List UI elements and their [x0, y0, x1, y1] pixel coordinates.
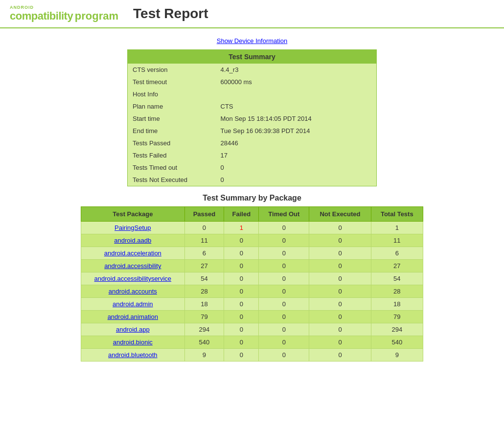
summary-row-value: 0 [216, 161, 377, 174]
failed-cell: 0 [224, 234, 259, 247]
pkg-name-link[interactable]: PairingSetup [115, 224, 151, 231]
timedout-cell: 0 [259, 311, 309, 323]
passed-cell: 11 [184, 234, 224, 247]
summary-row-label: Host Info [128, 88, 216, 100]
summary-row: Tests Passed28446 [128, 137, 377, 149]
passed-cell: 28 [184, 285, 224, 298]
summary-row-label: Plan name [128, 100, 216, 113]
timedout-cell: 0 [259, 298, 309, 311]
pkg-col-header: Timed Out [259, 207, 309, 222]
pkg-name-link[interactable]: android.acceleration [104, 249, 161, 257]
device-info-row: Show Device Information [71, 37, 433, 45]
timedout-cell: 0 [259, 349, 309, 362]
pkg-table-body: PairingSetup01001android.aadb1100011andr… [81, 222, 423, 362]
pkg-name-link[interactable]: android.bluetooth [108, 351, 157, 359]
pkg-table-container: Test PackagePassedFailedTimed OutNot Exe… [71, 206, 433, 362]
notexec-cell: 0 [309, 234, 371, 247]
pkg-col-header: Total Tests [371, 207, 423, 222]
summary-row-value: 17 [216, 149, 377, 161]
summary-row-label: Tests Failed [128, 149, 216, 161]
total-cell: 294 [371, 323, 423, 336]
timedout-cell: 0 [259, 272, 309, 285]
pkg-name-cell: android.accessibility [81, 260, 185, 272]
passed-cell: 6 [184, 247, 224, 260]
summary-row-value: 4.4_r3 [216, 64, 377, 76]
timedout-cell: 0 [259, 222, 309, 234]
logo-lines: compatibility program [10, 10, 118, 23]
notexec-cell: 0 [309, 285, 371, 298]
page-title: Test Report [133, 6, 208, 22]
total-cell: 79 [371, 311, 423, 323]
program-label: program [75, 10, 118, 22]
notexec-cell: 0 [309, 247, 371, 260]
pkg-name-link[interactable]: android.accounts [109, 288, 157, 295]
table-row: android.accounts2800028 [81, 285, 423, 298]
passed-cell: 18 [184, 298, 224, 311]
pkg-name-link[interactable]: android.accessibilityservice [94, 275, 172, 282]
table-row: android.acceleration60006 [81, 247, 423, 260]
total-cell: 1 [371, 222, 423, 234]
pkg-name-link[interactable]: android.admin [113, 300, 153, 308]
pkg-name-link[interactable]: android.accessibility [104, 262, 161, 270]
failed-cell: 0 [224, 349, 259, 362]
summary-table: Test Summary CTS version4.4_r3Test timeo… [127, 49, 377, 186]
summary-row-label: Tests Not Executed [128, 174, 216, 186]
pkg-name-cell: android.acceleration [81, 247, 185, 260]
summary-header-row: Test Summary [128, 50, 377, 64]
compatibility-label: compatibility [10, 10, 73, 22]
summary-row: CTS version4.4_r3 [128, 64, 377, 76]
summary-row: End timeTue Sep 16 06:39:38 PDT 2014 [128, 125, 377, 137]
table-row: android.accessibilityservice5400054 [81, 272, 423, 285]
pkg-table-header: Test PackagePassedFailedTimed OutNot Exe… [81, 207, 423, 222]
summary-container: Test Summary CTS version4.4_r3Test timeo… [127, 49, 377, 186]
summary-row: Start timeMon Sep 15 18:14:05 PDT 2014 [128, 113, 377, 125]
failed-cell: 0 [224, 260, 259, 272]
timedout-cell: 0 [259, 336, 309, 349]
pkg-name-cell: android.bionic [81, 336, 185, 349]
notexec-cell: 0 [309, 272, 371, 285]
table-row: android.aadb1100011 [81, 234, 423, 247]
timedout-cell: 0 [259, 285, 309, 298]
pkg-col-header: Passed [184, 207, 224, 222]
pkg-name-link[interactable]: android.animation [108, 313, 158, 320]
pkg-header-row: Test PackagePassedFailedTimed OutNot Exe… [81, 207, 423, 222]
total-cell: 540 [371, 336, 423, 349]
total-cell: 9 [371, 349, 423, 362]
summary-row-label: End time [128, 125, 216, 137]
page-header: ANDROID compatibility program Test Repor… [0, 0, 504, 28]
pkg-name-link[interactable]: android.bionic [113, 339, 153, 346]
summary-row-value: 0 [216, 174, 377, 186]
passed-cell: 0 [184, 222, 224, 234]
passed-cell: 540 [184, 336, 224, 349]
device-info-link[interactable]: Show Device Information [217, 37, 288, 45]
total-cell: 54 [371, 272, 423, 285]
summary-row-value [216, 88, 377, 100]
summary-row: Tests Not Executed0 [128, 174, 377, 186]
timedout-cell: 0 [259, 323, 309, 336]
pkg-section-title: Test Summary by Package [71, 194, 433, 203]
pkg-name-link[interactable]: android.aadb [114, 237, 151, 244]
passed-cell: 27 [184, 260, 224, 272]
pkg-name-link[interactable]: android.app [116, 326, 150, 333]
summary-row: Test timeout600000 ms [128, 76, 377, 88]
summary-row-value: CTS [216, 100, 377, 113]
logo-area: ANDROID compatibility program [10, 5, 118, 23]
failed-cell: 0 [224, 298, 259, 311]
pkg-name-cell: android.aadb [81, 234, 185, 247]
pkg-name-cell: android.admin [81, 298, 185, 311]
timedout-cell: 0 [259, 260, 309, 272]
notexec-cell: 0 [309, 311, 371, 323]
summary-row: Plan nameCTS [128, 100, 377, 113]
notexec-cell: 0 [309, 336, 371, 349]
total-cell: 18 [371, 298, 423, 311]
notexec-cell: 0 [309, 260, 371, 272]
pkg-col-header: Test Package [81, 207, 185, 222]
summary-row-label: CTS version [128, 64, 216, 76]
summary-row: Host Info [128, 88, 377, 100]
pkg-name-cell: PairingSetup [81, 222, 185, 234]
summary-row: Tests Timed out0 [128, 161, 377, 174]
notexec-cell: 0 [309, 349, 371, 362]
table-row: PairingSetup01001 [81, 222, 423, 234]
passed-cell: 294 [184, 323, 224, 336]
table-row: android.admin1800018 [81, 298, 423, 311]
